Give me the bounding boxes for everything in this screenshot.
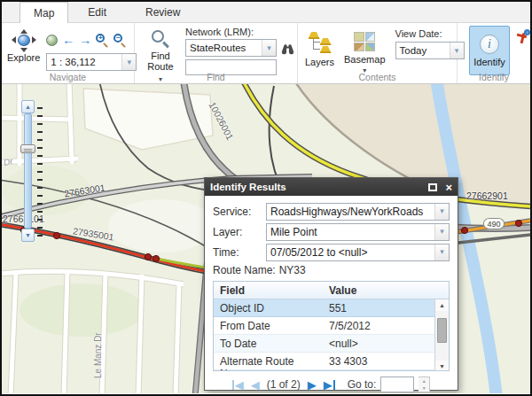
zoom-slider-down-button[interactable]: [21, 229, 35, 242]
chevron-down-icon: [128, 58, 132, 66]
row-field: From Date: [214, 317, 323, 334]
layers-label: Layers: [305, 57, 334, 68]
ribbon: Explore + − 1 : 36,112 Navigate: [2, 23, 530, 84]
time-value: 07/05/2012 to <null>: [267, 245, 434, 260]
time-dropdown-button[interactable]: [434, 245, 449, 260]
zoom-slider-thumb[interactable]: [20, 144, 35, 153]
zoom-slider-track[interactable]: [24, 113, 32, 229]
field-column-header: Field: [214, 282, 323, 299]
identify-label: Identify: [473, 57, 505, 67]
value-column-header: Value: [323, 282, 434, 299]
scale-dropdown-button[interactable]: [121, 54, 136, 70]
group-label-contents: Contents: [298, 72, 457, 82]
binoculars-icon[interactable]: [280, 42, 295, 55]
next-page-button[interactable]: [308, 379, 317, 391]
tab-review[interactable]: Review: [126, 2, 200, 22]
map-canvas[interactable]: 27663001 27663101 27935001 10026001 2766…: [2, 84, 530, 393]
layer-label: Layer:: [213, 226, 266, 238]
route-shield-490: 490: [483, 218, 505, 229]
find-route-magnifier-icon: [152, 30, 169, 48]
zoom-slider-up-button[interactable]: [21, 100, 35, 113]
close-icon[interactable]: [445, 182, 452, 193]
scrollbar-thumb[interactable]: [437, 318, 447, 343]
time-combobox[interactable]: 07/05/2012 to <null>: [266, 244, 450, 261]
triangle-up-icon: [439, 302, 445, 308]
table-row[interactable]: To Date <null>: [214, 335, 434, 353]
table-row[interactable]: From Date 7/5/2012: [214, 317, 434, 335]
row-field: Object ID: [214, 299, 323, 316]
route-name-value: NY33: [279, 264, 306, 276]
network-value: StateRoutes: [186, 40, 262, 56]
previous-page-icon: [251, 379, 260, 391]
view-date-label: View Date:: [395, 28, 465, 39]
next-page-icon: [308, 379, 317, 391]
group-contents: Layers Basemap View Date: Today Contents: [298, 23, 458, 83]
chevron-down-icon: [440, 228, 444, 236]
scrollbar-up-button[interactable]: [435, 299, 449, 311]
dialog-titlebar[interactable]: Identify Results: [205, 178, 458, 196]
row-field: To Date: [214, 335, 323, 352]
last-page-button[interactable]: [324, 379, 335, 391]
view-date-combobox[interactable]: Today: [395, 42, 465, 59]
street-label: Le Manz Dr: [93, 332, 103, 378]
forward-extent-icon[interactable]: [79, 34, 91, 46]
triangle-up-icon: [25, 104, 31, 110]
goto-page-input[interactable]: [380, 377, 414, 392]
group-label-navigate: Navigate: [2, 72, 134, 82]
row-value: 7/5/2012: [323, 317, 434, 334]
route-name-label: Route Name:: [213, 264, 276, 276]
dialog-title: Identify Results: [210, 182, 428, 192]
identify-results-dialog: Identify Results Service: RoadsHighways/…: [204, 177, 458, 391]
tab-map[interactable]: Map: [20, 2, 68, 23]
info-badge-icon: [524, 29, 530, 35]
row-value: 33 4303: [323, 353, 434, 369]
attributes-table: Field Value Object ID 551 From Date: [213, 281, 450, 371]
network-dropdown-button[interactable]: [262, 40, 276, 56]
service-dropdown-button[interactable]: [434, 204, 449, 220]
row-value: <null>: [323, 335, 434, 352]
full-extent-globe-icon[interactable]: [46, 35, 58, 46]
triangle-down-icon: [439, 363, 445, 369]
tab-edit[interactable]: Edit: [68, 2, 126, 22]
triangle-down-icon: [25, 232, 31, 238]
basemap-icon: [354, 32, 375, 51]
first-page-icon: [235, 379, 244, 391]
previous-page-button[interactable]: [251, 379, 260, 391]
triangle-down-icon: [422, 386, 426, 391]
service-combobox[interactable]: RoadsHighways/NewYorkRoads: [266, 203, 450, 221]
basemap-label: Basemap: [344, 54, 385, 66]
layer-value: Mile Point: [267, 224, 434, 240]
layer-dropdown-button[interactable]: [434, 224, 449, 240]
dialog-body: Service: RoadsHighways/NewYorkRoads Laye…: [205, 196, 458, 393]
back-extent-icon[interactable]: [62, 34, 74, 46]
route-label: 27662901: [466, 190, 508, 201]
group-label-identify: Identify: [458, 72, 530, 82]
zoom-out-icon[interactable]: −: [113, 34, 127, 47]
network-combobox[interactable]: StateRoutes: [185, 39, 277, 57]
spinner-up-button[interactable]: [419, 377, 429, 384]
first-page-button[interactable]: [232, 379, 244, 391]
table-scrollbar[interactable]: [434, 299, 449, 371]
layer-combobox[interactable]: Mile Point: [266, 223, 450, 241]
maximize-icon[interactable]: [428, 183, 437, 191]
identify-route-marker-icon[interactable]: [515, 29, 530, 45]
pagination-bar: (1 of 2) Go to:: [213, 371, 450, 393]
app-window: Map Edit Review Explore + −: [0, 0, 532, 396]
spinner-down-button[interactable]: [419, 384, 429, 392]
time-label: Time:: [213, 246, 266, 259]
pan-sphere-icon: [12, 30, 35, 51]
group-identify: i Identify Identify: [458, 23, 530, 83]
goto-label: Go to:: [348, 378, 377, 391]
scrollbar-track[interactable]: [435, 311, 449, 361]
identify-button[interactable]: i Identify: [469, 26, 510, 75]
find-route-label: Find Route: [144, 50, 177, 73]
ribbon-tabbar: Map Edit Review: [2, 2, 530, 23]
table-row[interactable]: Object ID 551: [214, 299, 434, 317]
table-row[interactable]: Alternate Route Name 33 4303: [214, 353, 434, 370]
scrollbar-down-button[interactable]: [435, 361, 449, 371]
zoom-slider[interactable]: [20, 100, 35, 244]
view-date-value: Today: [396, 43, 450, 58]
scale-combobox[interactable]: 1 : 36,112: [46, 53, 137, 71]
goto-spinner[interactable]: [419, 377, 430, 392]
zoom-in-icon[interactable]: +: [96, 34, 109, 47]
